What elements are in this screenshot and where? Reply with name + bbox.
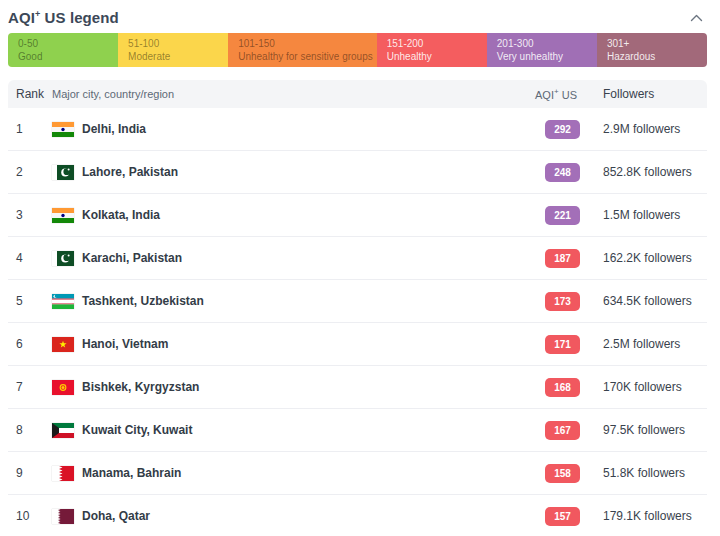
flag-kuwait-icon xyxy=(52,423,74,438)
column-header-followers: Followers xyxy=(603,87,707,101)
column-header-city: Major city, country/region xyxy=(52,88,535,100)
city-name: Bishkek, Kyrgyzstan xyxy=(82,380,199,394)
table-body: 1 Delhi, India 292 2.9M followers 2 Laho… xyxy=(8,108,707,536)
table-header-row: Rank Major city, country/region AQI+ US … xyxy=(8,80,707,108)
legend-range: 101-150 xyxy=(238,37,373,50)
table-row[interactable]: 10 Doha, Qatar 157 179.1K followers xyxy=(8,495,707,536)
aqi-cell: 171 xyxy=(535,334,595,354)
flag-bahrain-icon xyxy=(52,466,74,481)
aqi-badge: 168 xyxy=(545,378,580,397)
flag-pakistan-icon xyxy=(52,165,74,180)
legend-segment: 151-200 Unhealthy xyxy=(377,33,487,67)
city-cell: Kolkata, India xyxy=(52,208,535,223)
aqi-ranking-page: AQI+ US legend 0-50 Good 51-100 Moderate… xyxy=(0,5,720,536)
table-row[interactable]: 3 Kolkata, India 221 1.5M followers xyxy=(8,194,707,237)
legend-header: AQI+ US legend xyxy=(8,5,707,29)
city-name: Kolkata, India xyxy=(82,208,160,222)
followers-cell: 97.5K followers xyxy=(603,423,707,437)
flag-uzbekistan-icon xyxy=(52,294,74,309)
aqi-cell: 187 xyxy=(535,248,595,268)
page-title: AQI+ US legend xyxy=(8,9,119,26)
legend-label: Hazardous xyxy=(607,50,703,63)
rank-cell: 3 xyxy=(8,208,52,222)
legend-range: 0-50 xyxy=(18,37,114,50)
table-row[interactable]: 5 Tashkent, Uzbekistan 173 634.5K follow… xyxy=(8,280,707,323)
legend-range: 201-300 xyxy=(497,37,593,50)
city-name: Tashkent, Uzbekistan xyxy=(82,294,204,308)
followers-cell: 852.8K followers xyxy=(603,165,707,179)
aqi-badge: 173 xyxy=(545,292,580,311)
aqi-badge: 157 xyxy=(545,507,580,526)
legend-segment: 301+ Hazardous xyxy=(597,33,707,67)
aqi-cell: 168 xyxy=(535,377,595,397)
followers-cell: 634.5K followers xyxy=(603,294,707,308)
flag-india-icon xyxy=(52,122,74,137)
legend-range: 151-200 xyxy=(387,37,483,50)
rank-cell: 7 xyxy=(8,380,52,394)
legend-collapse-button[interactable] xyxy=(686,8,707,27)
rank-cell: 10 xyxy=(8,509,52,523)
city-name: Manama, Bahrain xyxy=(82,466,181,480)
table-row[interactable]: 1 Delhi, India 292 2.9M followers xyxy=(8,108,707,151)
aqi-cell: 158 xyxy=(535,463,595,483)
flag-vietnam-icon xyxy=(52,337,74,352)
legend-segment: 101-150 Unhealthy for sensitive groups xyxy=(228,33,377,67)
city-cell: Bishkek, Kyrgyzstan xyxy=(52,380,535,395)
city-cell: Doha, Qatar xyxy=(52,509,535,524)
rank-cell: 6 xyxy=(8,337,52,351)
aqi-badge: 248 xyxy=(545,163,580,182)
column-header-aqi: AQI+ US xyxy=(535,87,595,101)
aqi-badge: 187 xyxy=(545,249,580,268)
rank-cell: 5 xyxy=(8,294,52,308)
table-row[interactable]: 8 Kuwait City, Kuwait 167 97.5K follower… xyxy=(8,409,707,452)
flag-india-icon xyxy=(52,208,74,223)
aqi-badge: 171 xyxy=(545,335,580,354)
aqi-cell: 173 xyxy=(535,291,595,311)
aqi-legend-bar: 0-50 Good 51-100 Moderate 101-150 Unheal… xyxy=(8,33,707,67)
rank-cell: 8 xyxy=(8,423,52,437)
legend-label: Unhealthy xyxy=(387,50,483,63)
city-name: Karachi, Pakistan xyxy=(82,251,182,265)
legend-label: Moderate xyxy=(128,50,224,63)
city-name: Doha, Qatar xyxy=(82,509,150,523)
legend-range: 51-100 xyxy=(128,37,224,50)
city-name: Lahore, Pakistan xyxy=(82,165,178,179)
followers-cell: 162.2K followers xyxy=(603,251,707,265)
legend-label: Very unhealthy xyxy=(497,50,593,63)
ranking-table: Rank Major city, country/region AQI+ US … xyxy=(8,80,707,536)
table-row[interactable]: 2 Lahore, Pakistan 248 852.8K followers xyxy=(8,151,707,194)
followers-cell: 2.9M followers xyxy=(603,122,707,136)
aqi-cell: 221 xyxy=(535,205,595,225)
legend-label: Good xyxy=(18,50,114,63)
table-row[interactable]: 9 Manama, Bahrain 158 51.8K followers xyxy=(8,452,707,495)
city-cell: Lahore, Pakistan xyxy=(52,165,535,180)
city-name: Hanoi, Vietnam xyxy=(82,337,168,351)
flag-qatar-icon xyxy=(52,509,74,524)
aqi-cell: 157 xyxy=(535,506,595,526)
legend-segment: 201-300 Very unhealthy xyxy=(487,33,597,67)
table-row[interactable]: 7 Bishkek, Kyrgyzstan 168 170K followers xyxy=(8,366,707,409)
city-cell: Karachi, Pakistan xyxy=(52,251,535,266)
followers-cell: 170K followers xyxy=(603,380,707,394)
followers-cell: 179.1K followers xyxy=(603,509,707,523)
followers-cell: 51.8K followers xyxy=(603,466,707,480)
aqi-cell: 167 xyxy=(535,420,595,440)
flag-kyrgyzstan-icon xyxy=(52,380,74,395)
chevron-up-icon xyxy=(690,10,703,25)
table-row[interactable]: 6 Hanoi, Vietnam 171 2.5M followers xyxy=(8,323,707,366)
aqi-cell: 248 xyxy=(535,162,595,182)
legend-segment: 0-50 Good xyxy=(8,33,118,67)
aqi-badge: 292 xyxy=(545,120,580,139)
table-row[interactable]: 4 Karachi, Pakistan 187 162.2K followers xyxy=(8,237,707,280)
legend-label: Unhealthy for sensitive groups xyxy=(238,50,373,63)
city-cell: Hanoi, Vietnam xyxy=(52,337,535,352)
city-cell: Tashkent, Uzbekistan xyxy=(52,294,535,309)
column-header-rank: Rank xyxy=(8,87,52,101)
rank-cell: 1 xyxy=(8,122,52,136)
aqi-badge: 158 xyxy=(545,464,580,483)
rank-cell: 4 xyxy=(8,251,52,265)
city-cell: Delhi, India xyxy=(52,122,535,137)
city-name: Delhi, India xyxy=(82,122,146,136)
followers-cell: 1.5M followers xyxy=(603,208,707,222)
legend-segment: 51-100 Moderate xyxy=(118,33,228,67)
